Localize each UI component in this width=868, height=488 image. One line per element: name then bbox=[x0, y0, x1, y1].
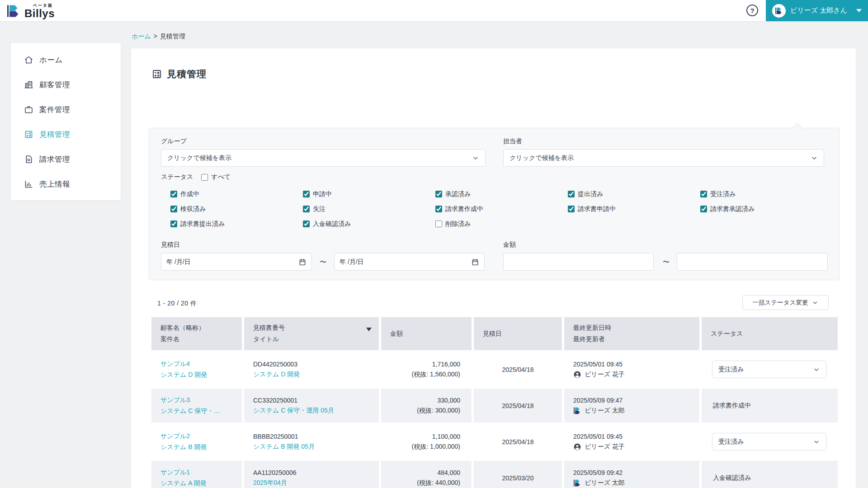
sidebar-item-home[interactable]: ホーム bbox=[11, 47, 121, 72]
col-date-header: 見積日 bbox=[483, 330, 562, 338]
calculator-icon bbox=[151, 69, 162, 80]
quote-date: 2025/04/18 bbox=[502, 438, 533, 446]
status-filter-label: ステータス bbox=[161, 173, 193, 181]
row-status-select[interactable]: 受注済み bbox=[712, 361, 826, 378]
sidebar-item-invoices[interactable]: 請求管理 bbox=[11, 147, 121, 172]
quotes-table: 顧客名（略称） 案件名 見積書番号 タイトル 金額 見積日 最終更新日時 最終更… bbox=[151, 317, 838, 488]
group-filter-label: グループ bbox=[161, 137, 187, 145]
status-all-checkbox[interactable]: すべて bbox=[201, 173, 231, 181]
quotes-table-body: サンプル4 システム D 開発 DD4420250003 システム D 開発 1… bbox=[151, 352, 838, 488]
assignee-select[interactable]: クリックで候補を表示 bbox=[503, 149, 824, 167]
billys-logo-icon bbox=[6, 4, 21, 18]
quote-title-link[interactable]: システム C 保守・運用 05月 bbox=[253, 407, 379, 415]
amount-value: 1,716,000 bbox=[432, 361, 460, 368]
status-filter-checkbox[interactable]: 受注済み bbox=[700, 188, 833, 200]
row-status-text: 請求書作成中 bbox=[712, 402, 838, 410]
col-updated-header: 最終更新日時 bbox=[573, 324, 699, 332]
project-link[interactable]: システム B 開発 bbox=[160, 443, 242, 451]
project-link[interactable]: システム D 開発 bbox=[160, 371, 242, 379]
updated-by: ビリーズ 花子 bbox=[585, 371, 625, 379]
table-header-row: 顧客名（略称） 案件名 見積書番号 タイトル 金額 見積日 最終更新日時 最終更… bbox=[151, 317, 838, 350]
quote-date-to-input[interactable]: 年 /月/日 bbox=[334, 253, 485, 271]
status-filter-checkbox[interactable]: 請求書作成中 bbox=[435, 203, 568, 215]
billys-logo[interactable]: ベータ版 Billys bbox=[6, 3, 55, 19]
assignee-filter-label: 担当者 bbox=[503, 137, 522, 145]
amount-tax-excluded: (税抜: 300,000) bbox=[417, 407, 460, 415]
home-icon bbox=[24, 55, 33, 65]
amount-tax-excluded: (税抜: 1,560,000) bbox=[412, 371, 460, 379]
brand-name: Billys bbox=[24, 8, 55, 19]
quote-date: 2025/04/18 bbox=[502, 402, 533, 409]
status-filter-checkbox[interactable]: 申請中 bbox=[303, 188, 435, 200]
updated-at: 2025/05/01 09:45 bbox=[573, 433, 699, 440]
question-mark-icon: ? bbox=[750, 7, 754, 14]
sidebar-item-quotes[interactable]: 見積管理 bbox=[11, 122, 121, 147]
help-button[interactable]: ? bbox=[746, 5, 758, 16]
quote-date-from-input[interactable]: 年 /月/日 bbox=[161, 253, 312, 271]
user-menu[interactable]: ビリーズ 太郎さん bbox=[766, 0, 868, 21]
billys-avatar-icon bbox=[573, 407, 581, 415]
row-status-text: 入金確認済み bbox=[712, 474, 838, 482]
table-row: サンプル4 システム D 開発 DD4420250003 システム D 開発 1… bbox=[151, 352, 838, 386]
breadcrumb: ホーム>見積管理 bbox=[132, 33, 185, 41]
sidebar-item-projects[interactable]: 案件管理 bbox=[11, 97, 121, 122]
quote-title-link[interactable]: システム B 開発 05月 bbox=[253, 443, 379, 451]
amount-value: 1,100,000 bbox=[432, 433, 460, 440]
chevron-down-icon bbox=[856, 9, 862, 12]
quote-date: 2025/04/18 bbox=[502, 366, 533, 373]
status-filter-checkbox[interactable]: 入金確認済み bbox=[303, 218, 435, 230]
person-avatar-icon bbox=[573, 371, 581, 379]
user-name: ビリーズ 太郎さん bbox=[790, 6, 852, 15]
quote-number: AA1120250006 bbox=[253, 469, 379, 476]
panel-notch bbox=[793, 123, 803, 133]
chevron-down-icon bbox=[813, 438, 820, 446]
app-header: ベータ版 Billys ? ビリーズ 太郎さん bbox=[0, 0, 868, 21]
quote-title-link[interactable]: システム D 開発 bbox=[253, 371, 379, 379]
group-select[interactable]: クリックで候補を表示 bbox=[161, 149, 486, 167]
amount-value: 484,000 bbox=[437, 469, 460, 476]
project-link[interactable]: システム C 保守・… bbox=[160, 407, 242, 415]
updated-at: 2025/05/09 09:47 bbox=[573, 397, 699, 404]
amount-tax-excluded: (税抜: 1,000,000) bbox=[412, 443, 460, 451]
chevron-down-icon bbox=[811, 155, 818, 162]
status-filter-checkbox[interactable]: 削除済み bbox=[435, 218, 568, 230]
customer-link[interactable]: サンプル4 bbox=[160, 360, 242, 368]
status-filter-options: 作成中 申請中 承認済み 提出済み 受注済み 検収済み 失注 請求書作成中 請求… bbox=[170, 188, 833, 230]
building-icon bbox=[24, 80, 33, 89]
breadcrumb-separator: > bbox=[154, 33, 157, 40]
table-row: サンプル1 システム A 開発 AA1120250006 2025年04月 48… bbox=[151, 461, 838, 488]
range-separator: 〜 bbox=[320, 258, 326, 267]
status-filter-checkbox[interactable]: 検収済み bbox=[170, 203, 303, 215]
row-status-select[interactable]: 受注済み bbox=[712, 433, 826, 450]
user-avatar bbox=[772, 4, 786, 18]
quote-title-link[interactable]: 2025年04月 bbox=[253, 479, 379, 487]
page-title: 見積管理 bbox=[151, 68, 207, 80]
bulk-status-change-button[interactable]: 一括ステータス変更 bbox=[742, 295, 829, 310]
status-filter-checkbox[interactable]: 承認済み bbox=[435, 188, 568, 200]
col-status-header: ステータス bbox=[711, 330, 838, 338]
status-filter-checkbox[interactable]: 請求書申請中 bbox=[568, 203, 700, 215]
customer-link[interactable]: サンプル1 bbox=[160, 469, 242, 477]
sidebar-item-customers[interactable]: 顧客管理 bbox=[11, 72, 121, 97]
status-filter-checkbox[interactable]: 請求書承認済み bbox=[700, 203, 833, 215]
status-filter-checkbox[interactable]: 作成中 bbox=[170, 188, 303, 200]
customer-link[interactable]: サンプル2 bbox=[160, 432, 242, 441]
quote-date: 2025/03/20 bbox=[502, 474, 533, 482]
billys-avatar-icon bbox=[775, 7, 783, 15]
status-filter-checkbox[interactable]: 請求書提出済み bbox=[170, 218, 303, 230]
amount-value: 330,000 bbox=[437, 397, 460, 404]
status-filter-checkbox[interactable]: 失注 bbox=[303, 203, 435, 215]
updated-by: ビリーズ 太郎 bbox=[585, 407, 625, 415]
breadcrumb-home-link[interactable]: ホーム bbox=[132, 33, 151, 40]
sidebar-item-sales[interactable]: 売上情報 bbox=[11, 172, 121, 197]
col-customer-header: 顧客名（略称） bbox=[160, 324, 242, 332]
range-separator: 〜 bbox=[663, 258, 670, 267]
sort-desc-icon[interactable] bbox=[366, 328, 372, 331]
quote-number: BBBB20250001 bbox=[253, 433, 379, 440]
project-link[interactable]: システム A 開発 bbox=[160, 479, 242, 488]
status-filter-checkbox[interactable]: 提出済み bbox=[568, 188, 700, 200]
amount-to-input[interactable] bbox=[677, 253, 828, 271]
quote-number: DD4420250003 bbox=[253, 361, 379, 368]
amount-from-input[interactable] bbox=[503, 253, 654, 271]
customer-link[interactable]: サンプル3 bbox=[160, 396, 242, 404]
